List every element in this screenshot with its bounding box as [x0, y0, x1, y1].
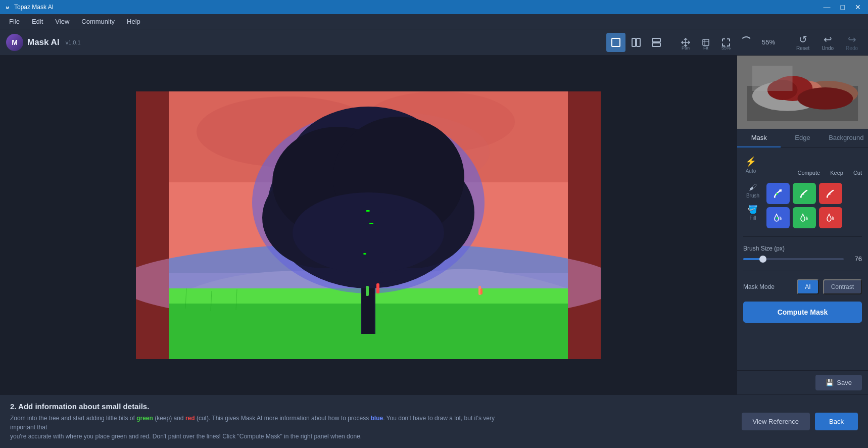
tab-mask[interactable]: Mask — [737, 129, 781, 147]
highlight-green: green — [136, 415, 153, 422]
brush-keep-green-button[interactable] — [793, 183, 816, 204]
fill-cut-red-icon — [825, 212, 836, 223]
panel-content: ⚡ Auto Compute Keep Cut 🖌 Brush — [737, 148, 868, 370]
menu-file[interactable]: File — [4, 16, 25, 27]
pan-button[interactable]: Pan — [676, 33, 695, 52]
menu-community[interactable]: Community — [76, 16, 120, 27]
reset-icon: ↺ — [799, 33, 807, 45]
svg-point-54 — [802, 193, 804, 195]
fill-keep-blue-button[interactable] — [766, 207, 790, 228]
title-bar: M Topaz Mask AI — □ ✕ — [0, 0, 868, 14]
right-panel: Mask Edge Background ⚡ Auto Compute Keep — [737, 56, 868, 394]
title-bar-controls: — □ ✕ — [821, 2, 864, 12]
action-labels: Compute Keep Cut — [798, 170, 862, 176]
brush-cut-red-icon — [825, 188, 836, 199]
fill-cut-red-button[interactable] — [819, 207, 842, 228]
reference-thumbnail — [737, 56, 868, 129]
zoom-percentage: 55% — [762, 38, 786, 46]
fill-tool-group: 🪣 Fill — [743, 205, 762, 221]
compute-mask-button[interactable]: Compute Mask — [743, 302, 862, 323]
split-horizontal-button[interactable] — [647, 33, 666, 52]
undo-button[interactable]: ↩ Undo — [817, 31, 838, 53]
auto-tool[interactable]: ⚡ Auto — [743, 154, 758, 176]
fill-keep-blue-icon — [773, 212, 784, 223]
save-label: Save — [837, 379, 852, 386]
main-content: Mask Edge Background ⚡ Auto Compute Keep — [0, 56, 868, 394]
brush-size-label: Brush Size (px) — [743, 245, 862, 252]
svg-rect-35 — [363, 253, 366, 255]
maximize-button[interactable]: □ — [838, 2, 848, 12]
minimize-button[interactable]: — — [821, 2, 834, 12]
pan-label: Pan — [682, 45, 690, 51]
view-reference-button[interactable]: View Reference — [742, 413, 810, 430]
svg-point-53 — [776, 193, 778, 195]
single-view-icon — [611, 37, 621, 47]
highlight-blue: blue — [371, 415, 383, 422]
bottom-actions: View Reference Back — [742, 413, 858, 430]
mask-mode-row: Mask Mode AI Contrast — [743, 279, 862, 294]
svg-point-56 — [776, 217, 778, 219]
fill-label: Fill — [750, 215, 756, 221]
svg-point-50 — [798, 87, 853, 110]
mask-mode-contrast-button[interactable]: Contrast — [823, 279, 862, 294]
app-icon: M — [4, 4, 11, 11]
brush-size-slider[interactable] — [743, 258, 844, 260]
split-vertical-button[interactable] — [626, 33, 646, 52]
svg-rect-2 — [612, 38, 620, 46]
menu-help[interactable]: Help — [122, 16, 146, 27]
svg-point-55 — [829, 193, 831, 195]
app-version: v1.0.1 — [66, 39, 81, 45]
brush-keep-blue-button[interactable] — [766, 183, 790, 204]
fill-keep-green-button[interactable] — [793, 207, 816, 228]
svg-point-32 — [293, 192, 444, 273]
divider-2 — [743, 271, 862, 271]
save-icon: 💾 — [826, 379, 834, 386]
canvas-viewport[interactable] — [0, 56, 737, 394]
brush-buttons-row — [766, 183, 842, 204]
redo-label: Redo — [846, 45, 858, 51]
reference-image — [737, 56, 868, 129]
reset-label: Reset — [796, 45, 809, 51]
redo-button[interactable]: ↪ Redo — [842, 31, 862, 53]
close-button[interactable]: ✕ — [852, 2, 864, 12]
brush-cut-red-button[interactable] — [819, 183, 842, 204]
instruction-title: 2. Add information about small details. — [10, 402, 495, 411]
auto-tools-row: ⚡ Auto Compute Keep Cut — [743, 154, 862, 176]
mask-mode-ai-button[interactable]: AI — [797, 279, 818, 294]
app-title: Mask AI — [27, 37, 60, 47]
tool-side: 🖌 Brush 🪣 Fill — [743, 183, 762, 221]
instruction-body: Zoom into the tree and start adding litt… — [10, 414, 495, 441]
redo-icon: ↪ — [848, 33, 856, 45]
logo-icon: M — [6, 34, 23, 51]
svg-rect-3 — [632, 38, 636, 46]
svg-rect-37 — [366, 286, 369, 296]
keep-label: Keep — [830, 170, 843, 176]
menu-edit[interactable]: Edit — [27, 16, 48, 27]
svg-rect-51 — [752, 66, 793, 91]
brush-tools-section: 🖌 Brush 🪣 Fill — [743, 183, 862, 228]
svg-rect-4 — [637, 38, 640, 46]
tab-edge[interactable]: Edge — [781, 129, 824, 147]
fill-buttons-row — [766, 207, 842, 228]
single-view-button[interactable] — [606, 33, 625, 52]
menu-view[interactable]: View — [50, 16, 74, 27]
fit-button[interactable]: Fit — [696, 33, 715, 52]
back-button[interactable]: Back — [815, 413, 858, 430]
brush-slider-thumb[interactable] — [759, 256, 766, 263]
zoom-label: 55% — [721, 45, 731, 51]
tab-background[interactable]: Background — [825, 129, 868, 147]
canvas-area[interactable] — [0, 56, 737, 394]
svg-rect-5 — [652, 38, 660, 42]
brush-label: Brush — [746, 193, 759, 198]
reset-button[interactable]: ↺ Reset — [792, 31, 813, 53]
auto-label: Auto — [746, 168, 756, 174]
undo-icon: ↩ — [824, 33, 832, 45]
fullscreen-button[interactable]: 55% — [716, 33, 736, 52]
highlight-red: red — [185, 415, 195, 422]
fit-label: Fit — [703, 45, 708, 51]
brush-keep-green-icon — [799, 188, 810, 199]
mask-mode-label: Mask Mode — [743, 283, 793, 290]
save-button[interactable]: 💾 Save — [815, 375, 862, 390]
brush-size-row: 76 — [743, 255, 862, 263]
brush-icon: 🖌 — [749, 183, 757, 192]
